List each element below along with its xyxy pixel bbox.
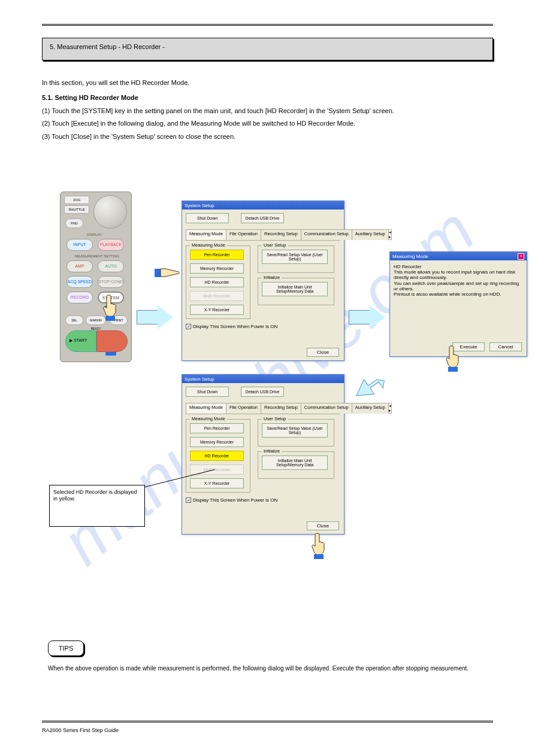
display-on-power-checkbox[interactable]: ✓Display This Screen When Power is ON: [186, 497, 340, 503]
shutdown-button[interactable]: Shut Down: [186, 387, 229, 397]
auto-button[interactable]: AUTO: [98, 260, 124, 272]
tab-row: Measuring Mode File Operation Recording …: [186, 403, 340, 414]
tips-text: When the above operation is made while m…: [48, 664, 487, 673]
tab-file-operation[interactable]: File Operation: [226, 229, 261, 240]
svg-rect-4: [314, 554, 324, 559]
acq-speed-button[interactable]: ACQ SPEED: [67, 276, 93, 288]
system-setup-dialog-2: System Setup Shut Down Detach USB Drive …: [182, 374, 344, 535]
tab-comm-setup[interactable]: Communication Setup: [301, 229, 352, 240]
close-button-2[interactable]: Close: [307, 521, 339, 530]
step-2: (2) Touch [Execute] in the following dia…: [42, 119, 493, 128]
hd-recorder-button[interactable]: HD Recorder: [190, 451, 244, 461]
stop-button[interactable]: [96, 330, 128, 352]
intro-subhead: 5.1. Setting HD Recorder Mode: [42, 93, 493, 102]
close-button-1[interactable]: Close: [307, 348, 339, 357]
playback-button[interactable]: PLAYBACK: [98, 239, 124, 251]
note-callout: Selected HD Recorder is displayed in yel…: [49, 485, 145, 527]
tab-scroll[interactable]: ◂ ▸: [388, 229, 392, 240]
start-button[interactable]: ▶ START: [65, 330, 96, 352]
record-button[interactable]: RECORD: [67, 292, 93, 303]
detach-usb-button[interactable]: Detach USB Drive: [241, 387, 284, 397]
stop-cond-button[interactable]: STOP COND: [98, 276, 124, 288]
svg-rect-1: [155, 269, 161, 277]
xy-recorder-button[interactable]: X-Y Recorder: [190, 305, 244, 315]
shutdown-button[interactable]: Shut Down: [186, 213, 229, 223]
tab-aux-setup[interactable]: Auxiliary Setup: [352, 403, 389, 414]
system-setup-dialog-1: System Setup Shut Down Detach USB Drive …: [182, 201, 344, 361]
pointing-hand-icon: [155, 266, 182, 280]
user-setup-legend: User Setup: [262, 242, 288, 248]
tab-comm-setup[interactable]: Communication Setup: [301, 403, 352, 414]
save-read-setup-button[interactable]: Save/Read Setup Value (User Setup): [262, 250, 328, 264]
initialize-legend: Initialize: [262, 275, 282, 280]
display-label: DISPLAY: [87, 233, 102, 236]
svg-marker-3: [356, 377, 384, 400]
display-on-power-checkbox[interactable]: ✓Display This Screen When Power is ON: [186, 324, 340, 329]
dialog-title: System Setup: [185, 377, 214, 382]
arrow-right-icon: [137, 305, 173, 329]
dialog-title: System Setup: [185, 203, 214, 208]
hand-pointer-icon: [445, 344, 461, 372]
measuring-mode-dialog: Measuring Mode × HD Recorder This mode a…: [389, 251, 527, 357]
amp-button[interactable]: AMP: [67, 260, 93, 272]
measuring-mode-legend: Measuring Mode: [190, 416, 227, 421]
meas-setting-label: MEASUREMENT SETTING: [75, 254, 119, 258]
step-1: (1) Touch the [SYSTEM] key in the settin…: [42, 107, 493, 116]
shuttle-button[interactable]: SHUTTLE: [64, 205, 89, 214]
tab-recording-setup[interactable]: Recording Setup: [261, 403, 301, 414]
hand-pointer-icon: [102, 293, 119, 321]
detach-usb-button[interactable]: Detach USB Drive: [241, 213, 284, 223]
input-button[interactable]: INPUT: [67, 239, 93, 251]
close-icon[interactable]: ×: [518, 253, 524, 260]
tab-row: Measuring Mode File Operation Recording …: [186, 229, 340, 241]
tab-measuring-mode[interactable]: Measuring Mode: [186, 403, 226, 414]
hand-pointer-icon: [310, 532, 327, 559]
dialog-title: Measuring Mode: [392, 254, 428, 259]
svg-rect-0: [105, 316, 115, 321]
save-read-setup-button[interactable]: Save/Read Setup Value (User Setup): [262, 423, 328, 438]
footer: RA2000 Series First Step Guide: [42, 727, 119, 733]
pen-recorder-button[interactable]: Pen Recorder: [190, 423, 244, 433]
find-button[interactable]: FIND: [65, 218, 83, 228]
xy-recorder-button[interactable]: X-Y Recorder: [190, 478, 244, 488]
multi-recorder-button: Multi Recorder: [190, 291, 244, 301]
tab-recording-setup[interactable]: Recording Setup: [261, 229, 301, 240]
measuring-mode-legend: Measuring Mode: [190, 242, 227, 248]
jog-dial[interactable]: [93, 195, 127, 229]
tab-scroll[interactable]: ◂ ▸: [388, 403, 392, 414]
hardware-panel: JOG SHUTTLE FIND DISPLAY INPUT PLAYBACK …: [60, 192, 132, 362]
initialize-legend: Initialize: [262, 448, 282, 454]
tab-aux-setup[interactable]: Auxiliary Setup: [352, 229, 389, 240]
tab-file-operation[interactable]: File Operation: [226, 403, 261, 414]
tips-badge: TIPS: [48, 640, 84, 656]
memory-recorder-button[interactable]: Memory Recorder: [190, 437, 244, 447]
initialize-button[interactable]: Initialize Main Unit Setup/Memory Data: [262, 282, 328, 296]
tab-measuring-mode[interactable]: Measuring Mode: [186, 229, 226, 240]
hd-recorder-button[interactable]: HD Recorder: [190, 277, 244, 287]
section-banner: 5. Measurement Setup - HD Recorder -: [42, 38, 493, 60]
initialize-button[interactable]: Initialize Main Unit Setup/Memory Data: [262, 456, 328, 470]
cancel-button[interactable]: Cancel: [489, 342, 522, 351]
intro-paragraph: In this section, you will set the HD Rec…: [42, 78, 493, 87]
user-setup-legend: User Setup: [262, 416, 288, 421]
dialog-text: HD Recorder This mode allows you to reco…: [394, 264, 523, 297]
step-3: (3) Touch [Close] in the 'System Setup' …: [42, 132, 493, 141]
jog-up-button[interactable]: JOG: [64, 196, 89, 204]
memory-recorder-button[interactable]: Memory Recorder: [190, 263, 244, 274]
checkbox-label: Display This Screen When Power is ON: [193, 497, 277, 503]
sel-button[interactable]: SEL: [65, 315, 83, 325]
checkbox-label: Display This Screen When Power is ON: [193, 324, 277, 329]
header-right: 5. Measurement Setup - HD Recorder -: [382, 17, 487, 23]
arrow-right-icon: [349, 305, 385, 329]
pen-recorder-button[interactable]: Pen Recorder: [190, 250, 244, 260]
svg-rect-2: [448, 367, 458, 372]
